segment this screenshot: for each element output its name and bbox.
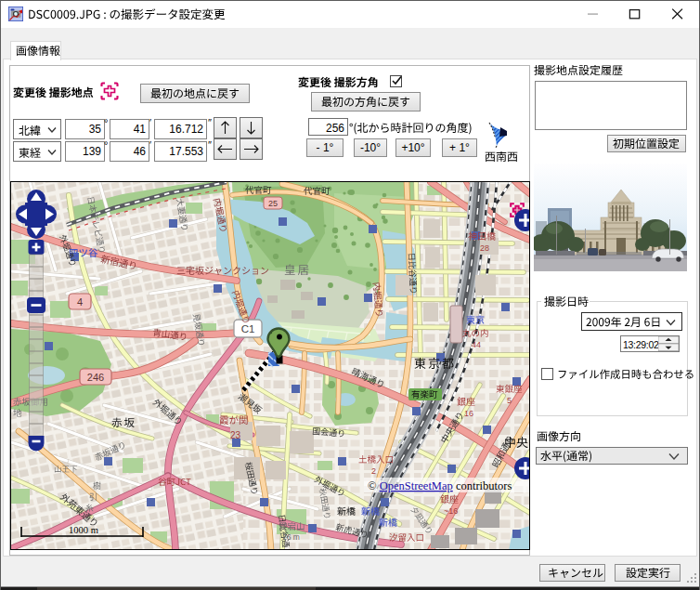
svg-text:26 m: 26 m xyxy=(282,532,300,542)
svg-text:28: 28 xyxy=(480,243,489,253)
svg-text:246: 246 xyxy=(87,372,104,383)
svg-text:25: 25 xyxy=(268,199,278,208)
svg-text:2: 2 xyxy=(371,466,376,476)
svg-text:5: 5 xyxy=(507,396,512,405)
svg-text:23: 23 xyxy=(230,430,241,440)
svg-text:16: 16 xyxy=(464,409,473,418)
svg-text:C1: C1 xyxy=(241,323,255,334)
svg-text:44: 44 xyxy=(472,340,481,349)
svg-text:4: 4 xyxy=(77,296,83,308)
svg-text:© OpenStreetMap contributors: © OpenStreetMap contributors xyxy=(368,479,512,492)
svg-text:1000 m: 1000 m xyxy=(69,525,98,535)
svg-text:~16: ~16 xyxy=(444,506,458,516)
